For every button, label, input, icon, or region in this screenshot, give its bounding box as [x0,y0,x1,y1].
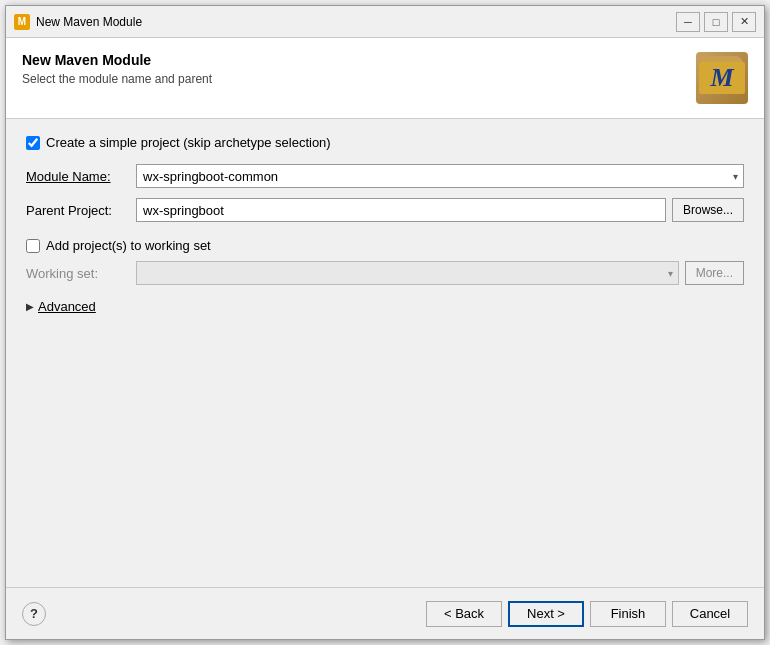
dialog-icon-label: M [18,16,26,27]
add-working-set-label[interactable]: Add project(s) to working set [46,238,211,253]
working-set-input [136,261,679,285]
add-working-set-row: Add project(s) to working set [26,238,744,253]
dialog-icon: M [14,14,30,30]
parent-project-input-container: Browse... [136,198,744,222]
next-button[interactable]: Next > [508,601,584,627]
back-button[interactable]: < Back [426,601,502,627]
working-set-label: Working set: [26,266,136,281]
header-text: New Maven Module Select the module name … [22,52,696,86]
help-button[interactable]: ? [22,602,46,626]
header-section: New Maven Module Select the module name … [6,38,764,119]
create-simple-project-checkbox[interactable] [26,136,40,150]
advanced-arrow-icon: ▶ [26,301,34,312]
footer: ? < Back Next > Finish Cancel [6,587,764,639]
working-set-row: Working set: ▾ More... [26,261,744,285]
create-simple-project-row: Create a simple project (skip archetype … [26,135,744,150]
minimize-button[interactable]: ─ [676,12,700,32]
header-subtitle: Select the module name and parent [22,72,696,86]
title-bar: M New Maven Module ─ □ ✕ [6,6,764,38]
footer-left: ? [22,602,46,626]
header-title: New Maven Module [22,52,696,68]
module-name-dropdown-wrapper: ▾ [136,164,744,188]
dialog-window: M New Maven Module ─ □ ✕ New Maven Modul… [5,5,765,640]
maven-logo: M [696,52,748,104]
working-set-dropdown-arrow: ▾ [668,268,673,279]
finish-button[interactable]: Finish [590,601,666,627]
create-simple-project-label[interactable]: Create a simple project (skip archetype … [46,135,331,150]
parent-project-input[interactable] [136,198,666,222]
working-set-input-wrapper: ▾ [136,261,679,285]
cancel-button[interactable]: Cancel [672,601,748,627]
browse-button[interactable]: Browse... [672,198,744,222]
more-button[interactable]: More... [685,261,744,285]
parent-project-row: Parent Project: Browse... [26,198,744,222]
module-name-input[interactable] [136,164,744,188]
module-name-input-container: ▾ [136,164,744,188]
module-name-label: Module Name: [26,169,136,184]
close-button[interactable]: ✕ [732,12,756,32]
content-spacer [26,314,744,571]
content-section: Create a simple project (skip archetype … [6,119,764,587]
parent-project-label: Parent Project: [26,203,136,218]
maven-logo-letter: M [710,63,733,93]
footer-right: < Back Next > Finish Cancel [426,601,748,627]
title-bar-text: New Maven Module [36,15,676,29]
add-working-set-checkbox[interactable] [26,239,40,253]
maximize-button[interactable]: □ [704,12,728,32]
advanced-row[interactable]: ▶ Advanced [26,299,744,314]
advanced-label[interactable]: Advanced [38,299,96,314]
module-name-row: Module Name: ▾ [26,164,744,188]
title-bar-controls: ─ □ ✕ [676,12,756,32]
